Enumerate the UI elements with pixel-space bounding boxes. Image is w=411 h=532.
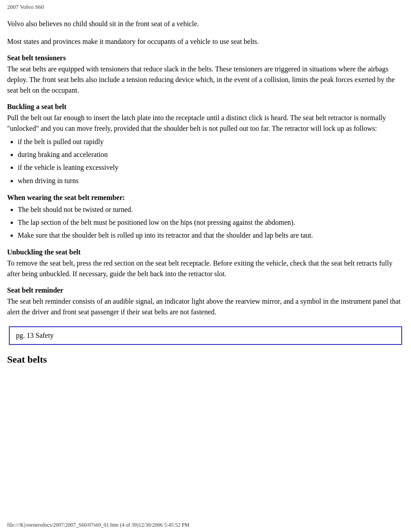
section-reminder: Seat belt reminder The seat belt reminde… <box>7 286 404 317</box>
list-item: The belt should not be twisted or turned… <box>18 203 404 215</box>
section-body-reminder: The seat belt reminder consists of an au… <box>7 296 404 317</box>
intro-paragraph-2: Most states and provinces make it mandat… <box>7 36 404 47</box>
section-body-unbuckling: To remove the seat belt, press the red s… <box>7 258 404 279</box>
wearing-bullets: The belt should not be twisted or turned… <box>18 203 404 242</box>
page-navigation-box[interactable]: pg. 13 Safety <box>9 326 402 345</box>
page-box-label: pg. 13 Safety <box>16 332 54 339</box>
section-heading-tensioners: Seat belt tensioners <box>7 54 404 62</box>
list-item: when driving in turns <box>18 175 404 187</box>
section-buckling: Buckling a seat belt Pull the belt out f… <box>7 103 404 187</box>
intro-paragraph-1: Volvo also believes no child should sit … <box>7 19 404 29</box>
section-body-tensioners: The seat belts are equipped with tension… <box>7 64 404 96</box>
section-wearing: When wearing the seat belt remember: The… <box>7 194 404 242</box>
list-item: during braking and acceleration <box>18 149 404 160</box>
section-unbuckling: Unbuckling the seat belt To remove the s… <box>7 248 404 279</box>
list-item: if the belt is pulled out rapidly <box>18 136 404 148</box>
buckling-bullets: if the belt is pulled out rapidly during… <box>18 136 404 187</box>
list-item: if the vehicle is leaning excessively <box>18 161 404 173</box>
section-heading-wearing: When wearing the seat belt remember: <box>7 194 404 202</box>
main-content: Volvo also believes no child should sit … <box>0 14 411 396</box>
list-item: The lap section of the belt must be posi… <box>18 216 404 228</box>
section-seat-belt-tensioners: Seat belt tensioners The seat belts are … <box>7 54 404 96</box>
next-section-heading: Seat belts <box>7 354 404 365</box>
section-heading-reminder: Seat belt reminder <box>7 286 404 294</box>
footer-text: file:///K|/ownersdocs/2007/2007_S60/07s6… <box>7 522 189 528</box>
section-heading-buckling: Buckling a seat belt <box>7 103 404 111</box>
header-title: 2007 Volvo S60 <box>7 4 44 10</box>
list-item: Make sure that the shoulder belt is roll… <box>18 229 404 241</box>
section-body-buckling: Pull the belt out far enough to insert t… <box>7 113 404 134</box>
page-header: 2007 Volvo S60 <box>0 0 411 14</box>
page-footer: file:///K|/ownersdocs/2007/2007_S60/07s6… <box>0 522 411 528</box>
section-heading-unbuckling: Unbuckling the seat belt <box>7 248 404 256</box>
